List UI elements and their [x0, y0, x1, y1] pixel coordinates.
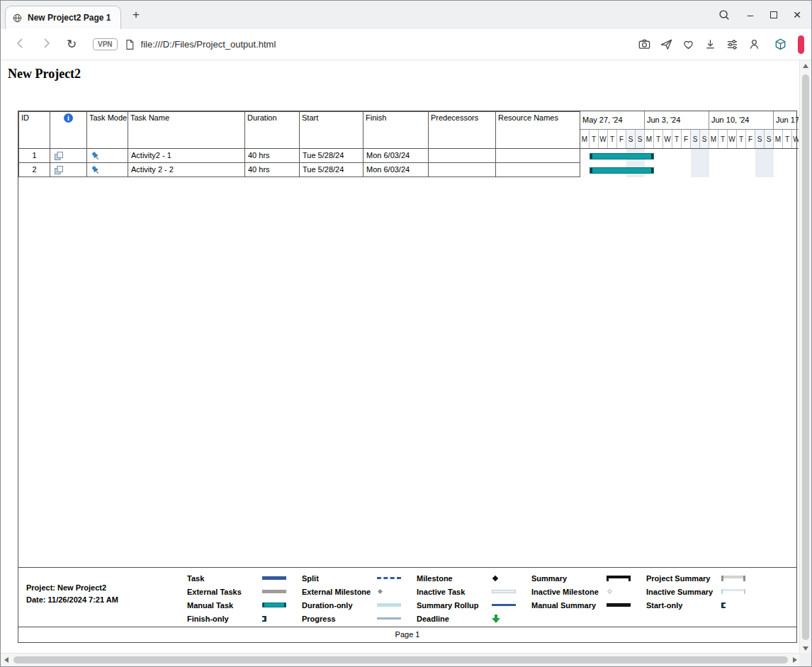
legend-date-label: Date: 11/26/2024 7:21 AM: [26, 594, 118, 606]
legend-label: Start-only: [646, 601, 721, 610]
gantt-day-row: MTWTFSSMTWTFSSMTWTFSSMTW: [580, 130, 799, 149]
task-table-body: 1Activity2 - 140 hrsTue 5/28/24Mon 6/03/…: [19, 149, 580, 177]
send-icon[interactable]: [660, 38, 673, 51]
horizontal-scroll-thumb[interactable]: [13, 656, 788, 663]
download-icon[interactable]: [704, 38, 717, 51]
task-indicator-cell: [50, 163, 87, 177]
gantt-day-header: T: [783, 130, 792, 148]
gantt-day-header: F: [617, 130, 626, 148]
column-header-start: Start: [300, 112, 363, 149]
sliders-icon[interactable]: [726, 38, 739, 51]
legend-item: Manual Summary: [531, 598, 631, 612]
gantt-day-header: T: [654, 130, 663, 148]
task-start-cell: Tue 5/28/24: [300, 149, 363, 163]
gantt-day-header: S: [636, 130, 645, 148]
legend-item: Start-only: [646, 598, 745, 612]
search-icon[interactable]: [718, 9, 731, 21]
legend-label: External Tasks: [187, 588, 262, 596]
task-row: 2Activity 2 - 240 hrsTue 5/28/24Mon 6/03…: [19, 163, 580, 177]
gantt-day-header: W: [792, 130, 799, 148]
gantt-day-header: M: [645, 130, 654, 148]
legend-label: Manual Task: [187, 601, 262, 610]
gantt-week-row: May 27, '24Jun 3, '24Jun 10, '24Jun 17, …: [580, 111, 799, 130]
maximize-icon: [770, 11, 777, 18]
legend-item: Project Summary: [646, 571, 745, 585]
legend-label: Summary: [531, 574, 607, 583]
gantt-week-header: Jun 3, '24: [645, 111, 709, 129]
gantt-day-header: S: [700, 130, 709, 148]
maximize-button[interactable]: [770, 11, 777, 18]
reload-button[interactable]: ↻: [62, 38, 81, 52]
gantt-day-header: W: [728, 130, 737, 148]
note-icon: [54, 165, 64, 174]
task-finish-cell: Mon 6/03/24: [363, 149, 429, 163]
column-header-id: ID: [19, 112, 50, 149]
column-header-duration: Duration: [245, 112, 300, 149]
sidebar-red-pill[interactable]: [798, 35, 804, 54]
gantt-day-header: S: [755, 130, 765, 148]
vpn-badge[interactable]: VPN: [93, 38, 118, 50]
page-title: New Project2: [8, 67, 81, 82]
header-row: ID i Task Mode Task Name Duration Start …: [19, 112, 580, 149]
pushpin-icon: [91, 165, 101, 174]
page-number: Page 1: [395, 630, 420, 639]
gantt-day-header: W: [663, 130, 672, 148]
legend-label: Finish-only: [187, 615, 262, 623]
legend-swatch-project-summary: [721, 576, 745, 581]
gantt-week-label: Jun 3, '24: [647, 116, 680, 124]
task-duration-cell: 40 hrs: [245, 149, 300, 163]
toolbar-actions: [638, 38, 761, 51]
task-sheet: ID i Task Mode Task Name Duration Start …: [18, 111, 796, 177]
gantt-week-header: Jun 17, '24: [774, 111, 799, 129]
task-id-cell: 2: [19, 163, 50, 177]
legend-column: TaskExternal TasksManual TaskFinish-only: [187, 571, 286, 625]
legend-swatch-inactive-task: [492, 590, 516, 593]
browser-window: New Project2 Page 1 + – × ↻ VPN: [0, 0, 812, 667]
legend-project-info: Project: New Project2 Date: 11/26/2024 7…: [26, 582, 118, 606]
column-header-predecessors: Predecessors: [429, 112, 496, 149]
heart-icon[interactable]: [682, 38, 695, 51]
note-icon: [54, 151, 64, 159]
legend-swatch-start-only: [721, 602, 726, 608]
vertical-scroll-thumb[interactable]: [802, 74, 809, 640]
task-name-cell: Activity2 - 1: [128, 149, 245, 163]
url-text: file:///D:/Files/Project_output.html: [141, 39, 276, 50]
browser-toolbar: ↻ VPN file:///D:/Files/Project_output.ht…: [1, 29, 811, 60]
column-header-resource-names: Resource Names: [496, 112, 580, 149]
gantt-day-header: T: [672, 130, 682, 148]
gantt-chart: May 27, '24Jun 3, '24Jun 10, '24Jun 17, …: [580, 111, 799, 177]
browser-tab[interactable]: New Project2 Page 1: [5, 6, 121, 29]
gantt-day-header: M: [580, 130, 590, 148]
weekend-shading: [765, 149, 774, 177]
scroll-up-arrow[interactable]: [800, 60, 811, 72]
address-bar[interactable]: file:///D:/Files/Project_output.html: [124, 39, 631, 50]
legend-label: Inactive Summary: [646, 588, 721, 596]
close-button[interactable]: ×: [791, 9, 803, 21]
vertical-scrollbar[interactable]: [799, 60, 811, 654]
forward-button[interactable]: [37, 36, 55, 52]
scroll-left-arrow[interactable]: [1, 654, 12, 666]
gantt-day-header: M: [709, 130, 718, 148]
task-resources-cell: [496, 149, 580, 163]
legend-item: Duration-only: [302, 598, 401, 612]
profile-icon[interactable]: [748, 38, 761, 51]
tab-strip: New Project2 Page 1 + – ×: [1, 1, 811, 29]
legend-swatch-manual-task: [262, 602, 286, 607]
weekend-shading: [691, 149, 700, 177]
legend-item: Inactive Milestone: [531, 585, 631, 598]
legend-swatch-finish-only: [262, 616, 266, 622]
gantt-day-header: F: [746, 130, 755, 148]
page-icon: [124, 39, 135, 50]
legend-label: Summary Rollup: [417, 601, 492, 610]
back-button[interactable]: [11, 36, 30, 52]
minimize-button[interactable]: –: [745, 9, 756, 21]
extension-cube-icon[interactable]: [774, 38, 787, 51]
legend-item: Deadline: [417, 612, 516, 625]
horizontal-scrollbar[interactable]: [1, 653, 801, 666]
camera-icon[interactable]: [638, 38, 651, 51]
new-tab-button[interactable]: +: [128, 7, 144, 23]
legend-swatch-split: [377, 577, 401, 579]
legend-item: Task: [187, 571, 286, 585]
gantt-day-header: S: [765, 130, 774, 148]
legend-swatch-progress: [377, 617, 401, 620]
